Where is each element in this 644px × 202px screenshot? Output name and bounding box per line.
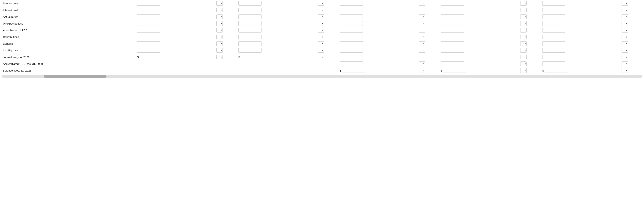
input-field[interactable] bbox=[137, 41, 160, 46]
input-field[interactable] bbox=[542, 62, 565, 66]
dropdown[interactable] bbox=[622, 21, 628, 26]
input-field[interactable] bbox=[441, 34, 464, 39]
input-field[interactable] bbox=[542, 41, 565, 46]
dropdown[interactable] bbox=[318, 41, 324, 46]
dropdown[interactable] bbox=[622, 1, 628, 6]
input-field[interactable] bbox=[238, 1, 262, 6]
input-field[interactable] bbox=[137, 14, 160, 19]
dropdown[interactable] bbox=[622, 28, 628, 32]
input-field[interactable] bbox=[137, 21, 160, 26]
dropdown[interactable] bbox=[520, 48, 526, 53]
input-field[interactable] bbox=[238, 14, 262, 19]
dropdown[interactable] bbox=[419, 55, 425, 59]
dropdown[interactable] bbox=[622, 68, 628, 73]
input-field[interactable] bbox=[340, 62, 363, 66]
dropdown[interactable] bbox=[520, 1, 526, 6]
dropdown[interactable] bbox=[318, 34, 324, 39]
input-field[interactable] bbox=[441, 14, 464, 19]
dropdown[interactable] bbox=[419, 21, 425, 26]
input-field[interactable] bbox=[441, 48, 464, 53]
input-field[interactable] bbox=[542, 34, 565, 39]
dropdown[interactable] bbox=[520, 34, 526, 39]
dropdown[interactable] bbox=[318, 48, 324, 53]
input-field-balance-3[interactable] bbox=[544, 68, 568, 73]
input-field[interactable] bbox=[340, 1, 363, 6]
input-field[interactable] bbox=[137, 34, 160, 39]
input-field[interactable] bbox=[542, 21, 565, 26]
dropdown[interactable] bbox=[216, 41, 223, 46]
dropdown[interactable] bbox=[419, 48, 425, 53]
dropdown[interactable] bbox=[419, 34, 425, 39]
input-field[interactable] bbox=[340, 8, 363, 12]
dropdown[interactable] bbox=[216, 21, 223, 26]
dropdown[interactable] bbox=[622, 14, 628, 19]
dropdown[interactable] bbox=[520, 55, 526, 59]
dropdown[interactable] bbox=[419, 14, 425, 19]
dropdown[interactable] bbox=[520, 8, 526, 12]
dropdown[interactable] bbox=[520, 68, 526, 73]
dropdown[interactable] bbox=[216, 34, 223, 39]
input-field[interactable] bbox=[137, 8, 160, 12]
scrollbar-thumb[interactable] bbox=[44, 75, 106, 78]
input-field[interactable] bbox=[238, 41, 262, 46]
dropdown[interactable] bbox=[622, 55, 628, 59]
dropdown[interactable] bbox=[419, 41, 425, 46]
dropdown[interactable] bbox=[318, 14, 324, 19]
input-field[interactable] bbox=[340, 28, 363, 32]
input-field[interactable] bbox=[340, 34, 363, 39]
dropdown[interactable] bbox=[216, 8, 223, 12]
dropdown[interactable] bbox=[216, 28, 223, 32]
input-field[interactable] bbox=[441, 21, 464, 26]
horizontal-scrollbar[interactable] bbox=[2, 75, 642, 78]
dropdown[interactable] bbox=[318, 1, 324, 6]
dropdown[interactable] bbox=[216, 55, 223, 59]
input-field[interactable] bbox=[238, 48, 262, 53]
dropdown[interactable] bbox=[318, 21, 324, 26]
input-field[interactable] bbox=[238, 28, 262, 32]
input-field[interactable] bbox=[340, 48, 363, 53]
dropdown[interactable] bbox=[520, 21, 526, 26]
input-field-balance-2[interactable] bbox=[443, 68, 466, 73]
dropdown[interactable] bbox=[520, 14, 526, 19]
input-field[interactable] bbox=[340, 55, 363, 59]
dropdown[interactable] bbox=[419, 68, 425, 73]
input-field[interactable] bbox=[441, 62, 464, 66]
input-field[interactable] bbox=[137, 28, 160, 32]
dropdown[interactable] bbox=[520, 41, 526, 46]
dropdown[interactable] bbox=[419, 1, 425, 6]
input-field[interactable] bbox=[441, 28, 464, 32]
dropdown[interactable] bbox=[318, 55, 324, 59]
input-field[interactable] bbox=[542, 8, 565, 12]
input-field[interactable] bbox=[542, 14, 565, 19]
dropdown[interactable] bbox=[216, 14, 223, 19]
dropdown[interactable] bbox=[520, 62, 526, 66]
input-field[interactable] bbox=[441, 8, 464, 12]
input-field[interactable] bbox=[238, 21, 262, 26]
input-field[interactable] bbox=[542, 1, 565, 6]
input-field[interactable] bbox=[238, 34, 262, 39]
dropdown[interactable] bbox=[622, 62, 628, 66]
input-field[interactable] bbox=[340, 14, 363, 19]
input-field[interactable] bbox=[340, 21, 363, 26]
input-field[interactable] bbox=[542, 55, 565, 59]
dropdown[interactable] bbox=[622, 8, 628, 12]
input-field[interactable] bbox=[340, 41, 363, 46]
dropdown[interactable] bbox=[622, 48, 628, 53]
input-field-journal-1[interactable] bbox=[140, 55, 162, 59]
dropdown[interactable] bbox=[419, 62, 425, 66]
input-field[interactable] bbox=[238, 8, 262, 12]
input-field[interactable] bbox=[542, 28, 565, 32]
dropdown[interactable] bbox=[419, 8, 425, 12]
dropdown[interactable] bbox=[419, 28, 425, 32]
dropdown[interactable] bbox=[318, 28, 324, 32]
input-field-journal-2[interactable] bbox=[241, 55, 264, 59]
input-field[interactable] bbox=[542, 48, 565, 53]
input-field[interactable] bbox=[137, 48, 160, 53]
input-field[interactable] bbox=[137, 1, 160, 6]
dropdown[interactable] bbox=[318, 8, 324, 12]
input-field[interactable] bbox=[441, 41, 464, 46]
dropdown[interactable] bbox=[520, 28, 526, 32]
dropdown[interactable] bbox=[216, 1, 223, 6]
dropdown[interactable] bbox=[622, 41, 628, 46]
input-field[interactable] bbox=[441, 55, 464, 59]
